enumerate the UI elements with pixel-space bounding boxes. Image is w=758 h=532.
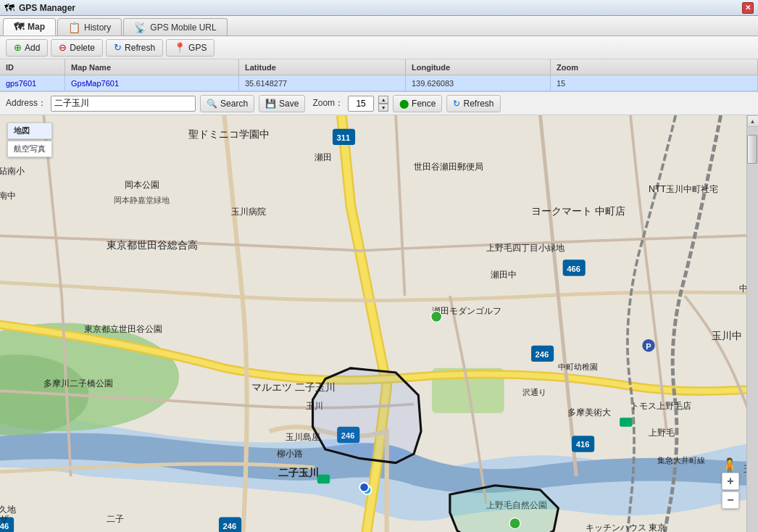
col-header-zoom: Zoom	[551, 59, 758, 75]
map-refresh-button[interactable]: ↻ Refresh	[446, 95, 500, 112]
svg-text:トイザらス・ベビーザ: トイザらス・ベビーザ	[0, 514, 9, 524]
cell-zoom: 15	[551, 75, 758, 91]
delete-button[interactable]: ⊖ Delete	[51, 39, 103, 57]
table-header: ID Map Name Latitude Longitude Zoom	[0, 59, 758, 75]
zoom-in-button[interactable]: +	[722, 473, 739, 490]
cell-id: gps7601	[0, 75, 65, 91]
history-tab-icon: 📋	[68, 22, 80, 33]
add-icon: ⊕	[14, 42, 22, 53]
data-table: ID Map Name Latitude Longitude Zoom gps7…	[0, 59, 758, 92]
svg-text:世田谷瀬田郵便局: 世田谷瀬田郵便局	[414, 162, 483, 172]
zoom-up-button[interactable]: ▲	[378, 96, 388, 104]
svg-text:瀬田中: 瀬田中	[491, 270, 517, 280]
map-background: 311 246 466 416 246 246 246 311 聖ドミニコ学園中…	[0, 115, 746, 532]
map-view-aerial-button[interactable]: 航空写真	[7, 141, 52, 157]
zoom-down-button[interactable]: ▼	[378, 104, 388, 112]
gps-label: GPS	[188, 43, 207, 53]
scrollbar-thumb[interactable]	[747, 135, 757, 164]
svg-text:玉川中: 玉川中	[712, 331, 742, 341]
tab-history-label: History	[84, 22, 111, 33]
zoom-spinner: ▲ ▼	[378, 96, 388, 112]
map-area[interactable]: 311 246 466 416 246 246 246 311 聖ドミニコ学園中…	[0, 115, 758, 532]
svg-text:P: P	[646, 342, 651, 351]
svg-text:瀬田モダンゴルフ: 瀬田モダンゴルフ	[432, 306, 501, 316]
zoom-out-button[interactable]: −	[722, 491, 739, 509]
svg-text:集急大井町線: 集急大井町線	[657, 456, 705, 465]
svg-text:砧南小: 砧南小	[0, 166, 25, 176]
svg-text:岡本静嘉堂緑地: 岡本静嘉堂緑地	[114, 196, 170, 204]
delete-label: Delete	[70, 43, 95, 53]
svg-marker-77	[450, 486, 559, 532]
scroll-up-button[interactable]: ▲	[747, 115, 759, 127]
table-row[interactable]: gps7601 GpsMap7601 35.6148277 139.626083…	[0, 75, 758, 91]
svg-text:多摩美術大: 多摩美術大	[567, 407, 611, 417]
map-scrollbar[interactable]: ▲ ▼	[746, 115, 758, 532]
map-view-map-button[interactable]: 地図	[7, 122, 52, 139]
svg-text:東京都立世田谷公園: 東京都立世田谷公園	[84, 324, 162, 334]
svg-text:キッチンハウス 東京: キッチンハウス 東京	[586, 523, 666, 532]
svg-text:瀬田: 瀬田	[315, 152, 332, 162]
svg-text:311: 311	[337, 133, 351, 142]
search-button[interactable]: 🔍 Search	[200, 95, 254, 112]
svg-text:416: 416	[576, 440, 590, 449]
svg-text:二子: 二子	[107, 514, 124, 524]
col-header-id: ID	[0, 59, 65, 75]
delete-icon: ⊖	[59, 42, 67, 53]
svg-text:ヨークマート 中町店: ヨークマート 中町店	[531, 206, 625, 217]
cell-lon: 139.626083	[406, 75, 551, 91]
gps-tab-icon: 📡	[134, 22, 146, 33]
tab-gps-mobile-url[interactable]: 📡 GPS Mobile URL	[123, 18, 227, 36]
map-tab-icon: 🗺	[14, 21, 24, 33]
map-view-toggle: 地図 航空写真	[7, 122, 52, 157]
add-button[interactable]: ⊕ Add	[6, 39, 48, 57]
svg-text:二子玉川: 二子玉川	[278, 467, 319, 478]
search-icon: 🔍	[207, 99, 217, 109]
address-label: Address：	[6, 97, 46, 109]
svg-rect-74	[620, 417, 632, 426]
app-title: GPS Manager	[19, 3, 738, 13]
zoom-input[interactable]	[348, 96, 374, 112]
save-icon: 💾	[265, 99, 276, 109]
tab-bar: 🗺 Map 📋 History 📡 GPS Mobile URL	[0, 16, 758, 36]
col-header-mapname: Map Name	[65, 59, 239, 75]
svg-text:466: 466	[567, 265, 580, 273]
svg-text:上野毛: 上野毛	[649, 428, 675, 438]
col-header-lon: Longitude	[406, 59, 551, 75]
svg-text:上野毛四丁目小緑地: 上野毛四丁目小緑地	[486, 243, 565, 253]
svg-text:聖ドミニコ学園中: 聖ドミニコ学園中	[188, 129, 270, 140]
svg-text:多摩川二子橋公園: 多摩川二子橋公園	[43, 378, 113, 388]
svg-point-78	[431, 311, 442, 322]
svg-text:玉川島屋: 玉川島屋	[286, 433, 320, 443]
close-button[interactable]: ✕	[742, 2, 754, 14]
svg-text:沢通り: 沢通り	[522, 388, 546, 396]
refresh-icon: ↻	[114, 42, 122, 53]
title-bar: 🗺 GPS Manager ✕	[0, 0, 758, 16]
svg-text:トモス上野毛店: トモス上野毛店	[630, 401, 691, 411]
tab-map[interactable]: 🗺 Map	[3, 18, 56, 36]
svg-text:中町幼稚園: 中町幼稚園	[558, 362, 598, 371]
svg-text:柳小路: 柳小路	[277, 449, 303, 459]
svg-text:東京都世田谷総合高: 東京都世田谷総合高	[107, 240, 198, 251]
svg-point-79	[509, 518, 520, 529]
add-label: Add	[25, 43, 40, 53]
gps-button[interactable]: 📍 GPS	[166, 39, 215, 57]
col-header-lat: Latitude	[239, 59, 406, 75]
gps-icon: 📍	[174, 42, 186, 53]
tab-gps-label: GPS Mobile URL	[150, 22, 216, 33]
main-toolbar: ⊕ Add ⊖ Delete ↻ Refresh 📍 GPS	[0, 36, 758, 59]
zoom-label: Zoom：	[312, 97, 343, 109]
address-input[interactable]	[51, 96, 196, 112]
app-icon: 🗺	[4, 2, 14, 14]
tab-map-label: Map	[28, 22, 45, 32]
tab-history[interactable]: 📋 History	[57, 18, 122, 36]
svg-text:岡本公園: 岡本公園	[125, 180, 159, 190]
refresh-button[interactable]: ↻ Refresh	[106, 39, 163, 57]
refresh-label: Refresh	[125, 43, 155, 53]
cell-lat: 35.6148277	[239, 75, 406, 91]
fence-button[interactable]: ⬤ Fence	[393, 95, 442, 112]
svg-point-80	[359, 483, 368, 491]
svg-text:中町: 中町	[739, 283, 746, 294]
save-button[interactable]: 💾 Save	[259, 95, 305, 112]
svg-rect-73	[317, 475, 330, 483]
svg-text:久地: 久地	[0, 504, 16, 515]
